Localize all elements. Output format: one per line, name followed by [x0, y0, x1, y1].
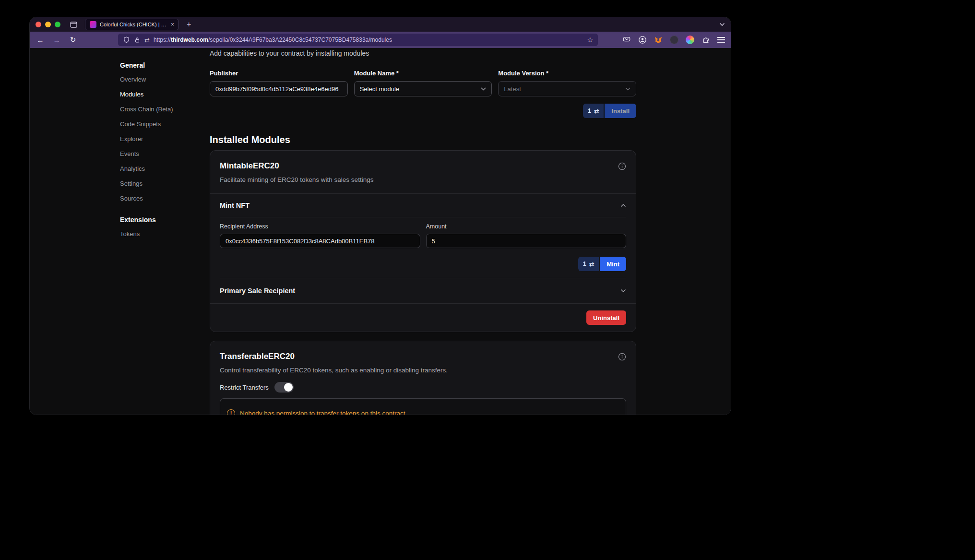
network-switch-badge[interactable]: 1 ⇄: [583, 104, 604, 118]
new-tab-button[interactable]: +: [187, 20, 191, 29]
firefox-view-icon[interactable]: [70, 22, 77, 28]
mint-button[interactable]: Mint: [600, 257, 626, 271]
card-head: TransferableERC20 Control transferabilit…: [210, 341, 636, 374]
sidebar-heading-general: General: [120, 61, 194, 69]
sidebar-item-explorer[interactable]: Explorer: [120, 135, 194, 143]
module-description: Control transferability of ERC20 tokens,…: [220, 366, 626, 374]
accordion-title: Primary Sale Recipient: [220, 287, 295, 295]
chevron-up-icon: [620, 203, 626, 207]
module-version-label: Module Version *: [498, 70, 636, 77]
modules-main: Add capabilities to your contract by ins…: [210, 48, 636, 415]
extensions-puzzle-icon[interactable]: [702, 36, 710, 44]
module-name-label: Module Name *: [354, 70, 492, 77]
recipient-field: Recipient Address: [220, 223, 420, 248]
tab-title: Colorful Chicks (CHICK) | Sepol: [100, 22, 167, 27]
accordion-mint-nft[interactable]: Mint NFT: [220, 194, 626, 217]
colorwheel-extension-icon[interactable]: [686, 36, 694, 44]
module-title: MintableERC20: [220, 161, 279, 171]
modules-intro-text: Add capabilities to your contract by ins…: [210, 49, 636, 57]
module-version-select[interactable]: Latest: [498, 81, 636, 96]
list-all-tabs-icon[interactable]: [719, 23, 725, 26]
permissions-swap-icon[interactable]: ⇄: [144, 37, 150, 43]
module-name-select[interactable]: Select module: [354, 81, 492, 96]
browser-tab[interactable]: Colorful Chicks (CHICK) | Sepol ×: [85, 19, 179, 30]
url-scheme: https://: [154, 36, 171, 43]
module-name-field: Module Name * Select module: [354, 70, 492, 96]
navigation-toolbar: ← → ↻ ⇄ https://thirdweb.com/sepolia/0x3…: [30, 32, 731, 48]
accordion-title: Mint NFT: [220, 202, 250, 209]
publisher-field: Publisher: [210, 70, 348, 96]
browser-window: Colorful Chicks (CHICK) | Sepol × + ← → …: [30, 17, 731, 415]
permission-warning-banner: ! Nobody has permission to transfer toke…: [220, 398, 626, 415]
recipient-address-input[interactable]: [220, 234, 420, 248]
contract-sidebar: General Overview Modules Cross Chain (Be…: [120, 61, 194, 245]
recipient-label: Recipient Address: [220, 223, 420, 230]
url-text: https://thirdweb.com/sepolia/0x3244A9F67…: [154, 36, 392, 43]
module-card-mintable-erc20: MintableERC20 Facilitate minting of ERC2…: [210, 150, 636, 332]
metamask-extension-icon[interactable]: [654, 36, 663, 44]
bookmark-star-icon[interactable]: ☆: [587, 36, 593, 44]
switch-network-icon: ⇄: [589, 261, 594, 268]
info-icon[interactable]: [618, 162, 626, 170]
uninstall-button[interactable]: Uninstall: [586, 310, 626, 325]
card-footer: Uninstall: [210, 304, 636, 332]
info-icon[interactable]: [618, 353, 626, 361]
network-switch-badge[interactable]: 1 ⇄: [578, 257, 599, 271]
menu-hamburger-icon[interactable]: [717, 37, 725, 43]
publisher-label: Publisher: [210, 70, 348, 77]
back-button[interactable]: ←: [36, 36, 45, 44]
url-domain: thirdweb.com: [171, 36, 208, 43]
amount-input[interactable]: [426, 234, 627, 248]
dark-extension-icon[interactable]: [670, 36, 678, 44]
sidebar-item-events[interactable]: Events: [120, 150, 194, 158]
chevron-down-icon: [620, 289, 626, 293]
card-head: MintableERC20 Facilitate minting of ERC2…: [210, 151, 636, 193]
restrict-transfers-label: Restrict Transfers: [220, 384, 269, 391]
warning-icon: !: [227, 409, 235, 415]
mint-action-row: 1 ⇄ Mint: [220, 257, 626, 271]
account-icon[interactable]: [638, 36, 647, 44]
lock-icon[interactable]: [134, 36, 141, 44]
zoom-window-button[interactable]: [55, 22, 60, 27]
sidebar-item-settings[interactable]: Settings: [120, 180, 194, 188]
tracking-protection-shield-icon[interactable]: [123, 36, 130, 44]
close-window-button[interactable]: [36, 22, 41, 27]
window-controls: [36, 22, 60, 27]
forward-button[interactable]: →: [52, 36, 61, 44]
module-version-field: Module Version * Latest: [498, 70, 636, 96]
sidebar-item-overview[interactable]: Overview: [120, 76, 194, 83]
chain-count: 1: [588, 107, 591, 114]
installed-modules-heading: Installed Modules: [210, 134, 636, 145]
module-description: Facilitate minting of ERC20 tokens with …: [220, 176, 626, 184]
sidebar-heading-extensions: Extensions: [120, 216, 194, 224]
amount-label: Amount: [426, 223, 627, 230]
close-tab-icon[interactable]: ×: [171, 21, 174, 28]
restrict-transfers-toggle[interactable]: [274, 382, 294, 393]
url-bar[interactable]: ⇄ https://thirdweb.com/sepolia/0x3244A9F…: [118, 34, 598, 46]
pocket-icon[interactable]: [622, 36, 631, 44]
minimize-window-button[interactable]: [45, 22, 51, 27]
accordion-primary-sale-recipient[interactable]: Primary Sale Recipient: [220, 278, 626, 303]
toolbar-icons: [622, 36, 725, 44]
chevron-down-icon: [481, 87, 486, 91]
card-body: Mint NFT Recipient Address: [210, 194, 636, 303]
install-button[interactable]: Install: [605, 104, 636, 118]
sidebar-item-modules[interactable]: Modules: [120, 91, 194, 98]
toggle-knob: [284, 383, 293, 392]
warning-text: Nobody has permission to transfer tokens…: [240, 410, 405, 415]
module-name-selected-value: Select module: [360, 85, 399, 93]
switch-network-icon: ⇄: [594, 107, 599, 115]
sidebar-item-analytics[interactable]: Analytics: [120, 165, 194, 173]
sidebar-item-code-snippets[interactable]: Code Snippets: [120, 120, 194, 128]
mint-form: Recipient Address Amount: [220, 223, 626, 248]
sidebar-item-sources[interactable]: Sources: [120, 195, 194, 203]
url-path: /sepolia/0x3244A9F67ba3A22450C8c54737C70…: [208, 36, 392, 43]
amount-field: Amount: [426, 223, 627, 248]
publisher-input[interactable]: [210, 81, 348, 96]
restrict-transfers-row: Restrict Transfers: [220, 382, 626, 393]
sidebar-item-tokens[interactable]: Tokens: [120, 230, 194, 238]
thirdweb-favicon: [90, 21, 96, 28]
module-version-selected-value: Latest: [504, 85, 521, 93]
sidebar-item-cross-chain[interactable]: Cross Chain (Beta): [120, 106, 194, 113]
reload-button[interactable]: ↻: [68, 36, 78, 44]
